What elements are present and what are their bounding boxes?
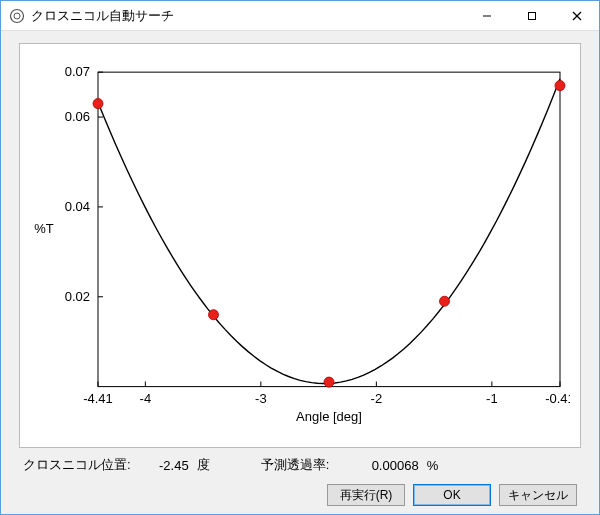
button-row: 再実行(R) OK キャンセル xyxy=(19,478,581,506)
svg-text:-0.41: -0.41 xyxy=(545,391,570,406)
svg-text:0.02: 0.02 xyxy=(65,289,90,304)
rerun-button[interactable]: 再実行(R) xyxy=(327,484,405,506)
position-label: クロスニコル位置: xyxy=(23,456,131,474)
window-title: クロスニコル自動サーチ xyxy=(31,7,464,25)
svg-text:0.06: 0.06 xyxy=(65,109,90,124)
svg-point-1 xyxy=(14,13,20,19)
app-icon xyxy=(9,8,25,24)
svg-text:0.07: 0.07 xyxy=(65,64,90,79)
trans-label: 予測透過率: xyxy=(261,456,361,474)
svg-rect-3 xyxy=(528,12,535,19)
svg-point-31 xyxy=(324,377,334,387)
svg-point-32 xyxy=(440,296,450,306)
chart-panel: 0.020.040.060.07-4.41-4-3-2-1-0.41Angle … xyxy=(19,43,581,448)
minimize-button[interactable] xyxy=(464,1,509,30)
svg-text:0.04: 0.04 xyxy=(65,199,90,214)
chart-plot: 0.020.040.060.07-4.41-4-3-2-1-0.41Angle … xyxy=(30,54,570,437)
window-controls xyxy=(464,1,599,30)
info-row: クロスニコル位置: -2.45 度 予測透過率: 0.00068 % xyxy=(19,448,581,478)
dialog-window: クロスニコル自動サーチ 0.020.040.060.07-4.41-4-3-2-… xyxy=(0,0,600,515)
svg-point-30 xyxy=(209,310,219,320)
svg-point-29 xyxy=(93,99,103,109)
ok-button[interactable]: OK xyxy=(413,484,491,506)
svg-text:Angle [deg]: Angle [deg] xyxy=(296,409,362,424)
position-unit: 度 xyxy=(197,456,225,474)
svg-point-33 xyxy=(555,81,565,91)
svg-text:-3: -3 xyxy=(255,391,267,406)
titlebar: クロスニコル自動サーチ xyxy=(1,1,599,31)
svg-text:-1: -1 xyxy=(486,391,498,406)
trans-value: 0.00068 xyxy=(369,458,419,473)
position-value: -2.45 xyxy=(139,458,189,473)
cancel-button[interactable]: キャンセル xyxy=(499,484,577,506)
trans-unit: % xyxy=(427,458,455,473)
svg-point-0 xyxy=(11,9,24,22)
maximize-button[interactable] xyxy=(509,1,554,30)
content-area: 0.020.040.060.07-4.41-4-3-2-1-0.41Angle … xyxy=(1,31,599,514)
svg-rect-6 xyxy=(98,72,560,386)
svg-text:-4: -4 xyxy=(140,391,152,406)
svg-text:%T: %T xyxy=(34,221,54,236)
close-button[interactable] xyxy=(554,1,599,30)
svg-text:-4.41: -4.41 xyxy=(83,391,113,406)
svg-text:-2: -2 xyxy=(371,391,383,406)
